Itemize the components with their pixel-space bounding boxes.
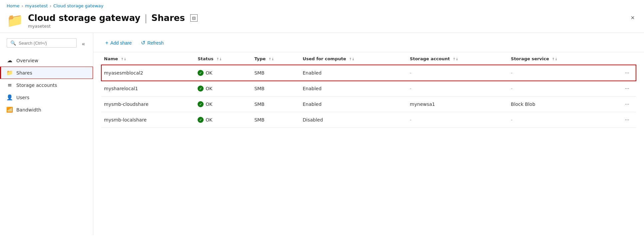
cell-storage-service: -	[508, 81, 606, 97]
share-name: mysmb-localshare	[104, 117, 147, 122]
col-type-sort: ↑↓	[269, 57, 274, 61]
search-box[interactable]: 🔍	[7, 38, 77, 48]
add-share-button[interactable]: + Add share	[101, 38, 136, 48]
shares-label: Shares	[16, 70, 32, 76]
row-menu-button[interactable]: ···	[622, 84, 632, 93]
status-check-icon	[198, 70, 204, 76]
bandwidth-icon: 📶	[6, 107, 13, 113]
cell-compute: Enabled	[300, 65, 407, 81]
table-row[interactable]: mysmb-localshare OK SMB Disabled - - ···	[101, 112, 636, 128]
users-label: Users	[16, 95, 29, 100]
compute-value: Enabled	[303, 70, 322, 76]
cell-type: SMB	[252, 97, 300, 112]
sidebar-item-bandwidth[interactable]: 📶 Bandwidth	[0, 104, 93, 116]
breadcrumb-sep-1: ›	[21, 4, 23, 8]
status-check-icon	[198, 101, 204, 107]
breadcrumb-cloud-storage-gateway[interactable]: Cloud storage gateway	[53, 3, 103, 8]
compute-value: Disabled	[303, 117, 323, 122]
status-label: OK	[206, 70, 212, 76]
col-compute-label: Used for compute	[303, 56, 346, 61]
collapse-button[interactable]: «	[81, 40, 86, 48]
row-menu-button[interactable]: ···	[622, 116, 632, 124]
section-text: Shares	[151, 13, 185, 23]
share-name: myasesmblocal2	[104, 70, 143, 76]
col-actions	[606, 52, 636, 65]
cell-name: mysharelocal1	[101, 81, 195, 97]
breadcrumb-sep-2: ›	[50, 4, 51, 8]
feedback-icon[interactable]: ⊟	[190, 14, 198, 22]
row-menu-button[interactable]: ···	[622, 69, 632, 77]
col-storage-account-label: Storage account	[410, 56, 450, 61]
cell-storage-account: -	[407, 112, 508, 128]
cell-storage-service: -	[508, 112, 606, 128]
sidebar: 🔍 « ☁️ Overview 📁 Shares ≡ Storage accou…	[0, 33, 93, 235]
shares-table-container: Name ↑↓ Status ↑↓ Type ↑↓ Used for com	[93, 52, 644, 128]
cell-ellipsis[interactable]: ···	[606, 112, 636, 128]
col-name[interactable]: Name ↑↓	[101, 52, 195, 65]
cell-status: OK	[195, 65, 252, 81]
add-share-label: Add share	[110, 40, 132, 46]
table-row[interactable]: mysharelocal1 OK SMB Enabled - - ···	[101, 81, 636, 97]
status-check-icon	[198, 117, 204, 123]
compute-value: Enabled	[303, 102, 322, 107]
col-compute[interactable]: Used for compute ↑↓	[300, 52, 407, 65]
main-layout: 🔍 « ☁️ Overview 📁 Shares ≡ Storage accou…	[0, 33, 644, 235]
type-value: SMB	[254, 117, 265, 122]
col-status-label: Status	[198, 56, 214, 61]
col-storage-account[interactable]: Storage account ↑↓	[407, 52, 508, 65]
cell-compute: Enabled	[300, 97, 407, 112]
col-storage-service-sort: ↑↓	[552, 57, 558, 61]
table-header: Name ↑↓ Status ↑↓ Type ↑↓ Used for com	[101, 52, 636, 65]
shares-table: Name ↑↓ Status ↑↓ Type ↑↓ Used for com	[101, 52, 636, 128]
cell-status: OK	[195, 81, 252, 97]
cell-compute: Enabled	[300, 81, 407, 97]
search-input[interactable]	[19, 41, 73, 46]
title-divider: |	[144, 13, 147, 23]
add-icon: +	[105, 40, 108, 46]
sidebar-item-overview[interactable]: ☁️ Overview	[0, 54, 93, 67]
search-icon: 🔍	[10, 40, 16, 46]
cell-type: SMB	[252, 81, 300, 97]
refresh-button[interactable]: ↺ Refresh	[137, 38, 168, 48]
content-area: + Add share ↺ Refresh Name ↑↓ S	[93, 33, 644, 235]
sidebar-item-users[interactable]: 👤 Users	[0, 91, 93, 104]
overview-icon: ☁️	[6, 57, 13, 64]
cell-status: OK	[195, 97, 252, 112]
cell-ellipsis[interactable]: ···	[606, 81, 636, 97]
close-button[interactable]: ×	[628, 13, 637, 22]
page-title: Cloud storage gateway | Shares ⊟	[28, 13, 198, 23]
table-row[interactable]: myasesmblocal2 OK SMB Enabled - - ···	[101, 65, 636, 81]
sidebar-item-storage-accounts[interactable]: ≡ Storage accounts	[0, 79, 93, 91]
col-status-sort: ↑↓	[216, 57, 222, 61]
status-label: OK	[206, 117, 212, 122]
col-type[interactable]: Type ↑↓	[252, 52, 300, 65]
sidebar-item-shares[interactable]: 📁 Shares	[0, 67, 93, 79]
subtitle: myasetest	[28, 24, 198, 29]
cell-storage-account: -	[407, 81, 508, 97]
title-text: Cloud storage gateway	[28, 13, 140, 23]
table-row[interactable]: mysmb-cloudshare OK SMB Enabled mynewsa1…	[101, 97, 636, 112]
share-name: mysharelocal1	[104, 86, 138, 91]
cell-value: mynewsa1	[410, 102, 435, 107]
cell-dash: -	[511, 70, 512, 76]
status-label: OK	[206, 86, 212, 91]
row-menu-button[interactable]: ···	[622, 100, 632, 109]
shares-icon: 📁	[6, 70, 13, 76]
type-value: SMB	[254, 86, 265, 91]
users-icon: 👤	[6, 94, 13, 101]
cell-ellipsis[interactable]: ···	[606, 65, 636, 81]
page-header: 📁 Cloud storage gateway | Shares ⊟ myase…	[0, 10, 644, 33]
storage-accounts-icon: ≡	[6, 82, 13, 88]
col-storage-account-sort: ↑↓	[453, 57, 458, 61]
col-status[interactable]: Status ↑↓	[195, 52, 252, 65]
folder-icon: 📁	[7, 14, 23, 27]
cell-ellipsis[interactable]: ···	[606, 97, 636, 112]
cell-dash: -	[410, 86, 411, 91]
title-block: Cloud storage gateway | Shares ⊟ myasete…	[28, 13, 198, 29]
col-compute-sort: ↑↓	[349, 57, 354, 61]
breadcrumb-home[interactable]: Home	[7, 3, 19, 8]
cell-dash: -	[410, 70, 411, 76]
breadcrumb-myasetest[interactable]: myasetest	[25, 3, 48, 8]
col-storage-service[interactable]: Storage service ↑↓	[508, 52, 606, 65]
cell-storage-service: Block Blob	[508, 97, 606, 112]
